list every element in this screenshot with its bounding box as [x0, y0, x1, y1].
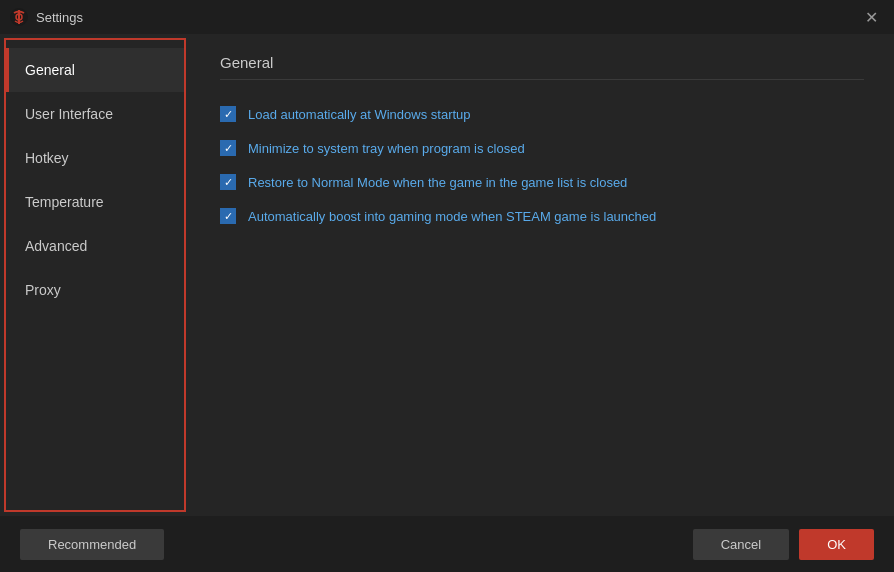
- checkbox-minimize-tray[interactable]: [220, 140, 236, 156]
- option-startup-label: Load automatically at Windows startup: [248, 107, 471, 122]
- cancel-button[interactable]: Cancel: [693, 529, 789, 560]
- option-auto-boost-label: Automatically boost into gaming mode whe…: [248, 209, 656, 224]
- recommended-button[interactable]: Recommended: [20, 529, 164, 560]
- checkbox-startup[interactable]: [220, 106, 236, 122]
- ok-button[interactable]: OK: [799, 529, 874, 560]
- main-content: General Load automatically at Windows st…: [190, 34, 894, 516]
- checkbox-restore-normal[interactable]: [220, 174, 236, 190]
- sidebar-item-user-interface[interactable]: User Interface: [6, 92, 184, 136]
- window-title: Settings: [36, 10, 859, 25]
- options-list: Load automatically at Windows startup Mi…: [220, 106, 864, 224]
- option-minimize-tray-label: Minimize to system tray when program is …: [248, 141, 525, 156]
- sidebar: General User Interface Hotkey Temperatur…: [4, 38, 186, 512]
- option-minimize-tray[interactable]: Minimize to system tray when program is …: [220, 140, 864, 156]
- footer-right: Cancel OK: [693, 529, 874, 560]
- sidebar-item-proxy[interactable]: Proxy: [6, 268, 184, 312]
- close-button[interactable]: ✕: [859, 6, 884, 29]
- settings-window: Settings ✕ General User Interface Hotkey…: [0, 0, 894, 572]
- app-icon: [10, 8, 28, 26]
- option-startup[interactable]: Load automatically at Windows startup: [220, 106, 864, 122]
- sidebar-item-hotkey[interactable]: Hotkey: [6, 136, 184, 180]
- checkbox-auto-boost[interactable]: [220, 208, 236, 224]
- footer-left: Recommended: [20, 529, 164, 560]
- section-title: General: [220, 54, 864, 80]
- option-restore-normal-label: Restore to Normal Mode when the game in …: [248, 175, 627, 190]
- footer: Recommended Cancel OK: [0, 516, 894, 572]
- sidebar-item-temperature[interactable]: Temperature: [6, 180, 184, 224]
- title-bar: Settings ✕: [0, 0, 894, 34]
- option-restore-normal[interactable]: Restore to Normal Mode when the game in …: [220, 174, 864, 190]
- sidebar-item-general[interactable]: General: [6, 48, 184, 92]
- content-area: General User Interface Hotkey Temperatur…: [0, 34, 894, 516]
- sidebar-item-advanced[interactable]: Advanced: [6, 224, 184, 268]
- option-auto-boost[interactable]: Automatically boost into gaming mode whe…: [220, 208, 864, 224]
